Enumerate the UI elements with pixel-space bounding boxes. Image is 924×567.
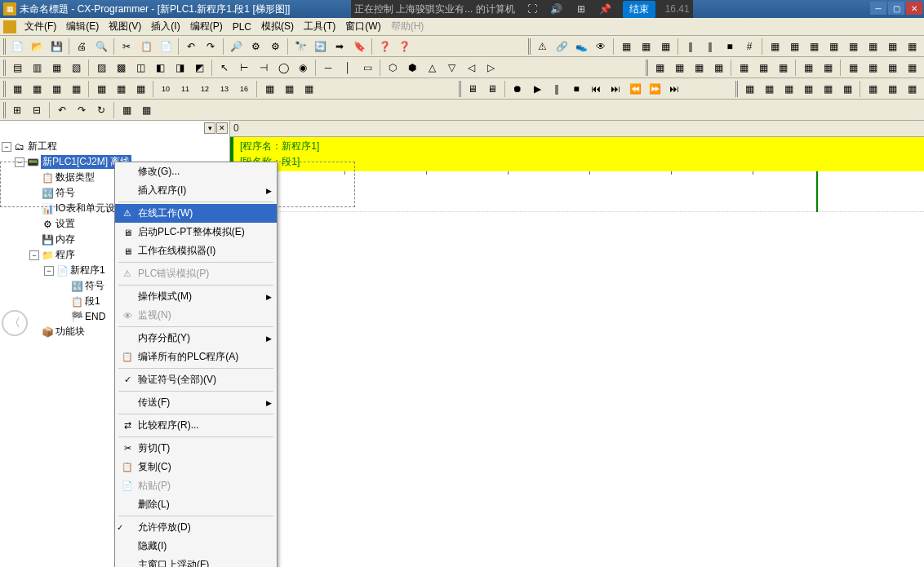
grid6-icon[interactable]: ▦ <box>864 38 882 55</box>
tb3r-9[interactable]: ▦ <box>903 80 921 98</box>
tb2-6[interactable]: ▩ <box>112 59 130 77</box>
tb2-25[interactable]: ▷ <box>482 59 500 77</box>
volume-icon[interactable]: 🔊 <box>549 2 564 16</box>
fullscreen-icon[interactable]: ⛶ <box>525 2 540 16</box>
paste-icon[interactable]: 📄 <box>157 38 175 55</box>
tb2-23[interactable]: ▽ <box>442 59 460 77</box>
tool-icon[interactable]: ⚙ <box>247 38 264 55</box>
tb2-5[interactable]: ▨ <box>92 59 110 77</box>
grid3-icon[interactable]: ▦ <box>805 38 823 55</box>
tb3-7[interactable]: ▦ <box>131 80 149 98</box>
ctx-allow-dock[interactable]: ✓允许停放(D) <box>115 518 277 537</box>
tb3r-6[interactable]: ▦ <box>838 80 856 98</box>
cursor-icon[interactable]: ↖ <box>215 59 233 77</box>
stop-icon[interactable]: ■ <box>721 38 739 55</box>
tb2r-13[interactable]: ▦ <box>903 59 921 77</box>
ctx-mem-alloc[interactable]: 内存分配(Y)▶ <box>115 329 277 348</box>
skip-icon[interactable]: ⏭ <box>665 80 683 98</box>
menu-edit[interactable]: 编辑(E) <box>61 18 104 35</box>
tb3-8[interactable]: ▦ <box>260 80 278 98</box>
new-icon[interactable]: 📄 <box>8 38 26 55</box>
ctx-start-plcpt[interactable]: 🖥启动PLC-PT整体模拟(E) <box>115 223 277 241</box>
tree-pin-icon[interactable]: ▾ <box>204 122 215 134</box>
tb2r-10[interactable]: ▦ <box>844 59 862 77</box>
ctx-transfer[interactable]: 传送(F)▶ <box>115 393 277 412</box>
tb3-9[interactable]: ▦ <box>280 80 298 98</box>
tb2r-2[interactable]: ▦ <box>670 59 688 77</box>
tb4-4[interactable]: ↷ <box>73 101 91 119</box>
tb2r-9[interactable]: ▦ <box>819 59 837 77</box>
tb2-8[interactable]: ◧ <box>151 59 169 77</box>
tb2-24[interactable]: ◁ <box>462 59 480 77</box>
tree-close-icon[interactable]: ✕ <box>216 122 228 134</box>
link-icon[interactable]: 🔗 <box>553 38 571 55</box>
tb2-21[interactable]: ⬢ <box>403 59 421 77</box>
tb3-n12[interactable]: 12 <box>196 80 214 98</box>
tb2r-1[interactable]: ▦ <box>651 59 669 77</box>
eye-icon[interactable]: 👁 <box>592 38 610 55</box>
ctx-float-main[interactable]: 主窗口上浮动(F) <box>115 556 277 567</box>
menu-program[interactable]: 编程(P) <box>185 18 228 35</box>
redo-icon[interactable]: ↷ <box>202 38 220 55</box>
copy-icon[interactable]: 📋 <box>137 38 155 55</box>
tb3r-2[interactable]: ▦ <box>760 80 778 98</box>
close-button[interactable]: ✕ <box>906 2 922 15</box>
box-icon[interactable]: ▭ <box>358 59 376 77</box>
bookmark-icon[interactable]: 🔖 <box>350 38 368 55</box>
end-remote-button[interactable]: 结束 <box>623 1 655 18</box>
tool-icon2[interactable]: ⚙ <box>266 38 284 55</box>
undo-icon[interactable]: ↶ <box>182 38 200 55</box>
tb2r-7[interactable]: ▦ <box>774 59 792 77</box>
tb3r-1[interactable]: ▦ <box>740 80 758 98</box>
tb2-20[interactable]: ⬡ <box>384 59 402 77</box>
grid8-icon[interactable]: ▦ <box>903 38 921 55</box>
tree-root[interactable]: −🗂 新工程 <box>0 139 229 154</box>
help-icon[interactable]: ❓ <box>375 38 393 55</box>
menu-plc[interactable]: PLC <box>228 20 256 34</box>
tb2r-12[interactable]: ▦ <box>883 59 901 77</box>
ctx-online-sim[interactable]: 🖥工作在线模拟器(I) <box>115 241 277 260</box>
pin-icon[interactable]: 📌 <box>598 2 613 16</box>
ctx-op-mode[interactable]: 操作模式(M)▶ <box>115 287 277 306</box>
menu-help[interactable]: 帮助(H) <box>386 18 429 35</box>
tb2-9[interactable]: ◨ <box>171 59 189 77</box>
step-fwd-icon[interactable]: ⏭ <box>606 80 624 98</box>
tb3-3[interactable]: ▦ <box>47 80 65 98</box>
tb2-22[interactable]: △ <box>423 59 441 77</box>
stop2-icon[interactable]: ■ <box>567 80 585 98</box>
rewind-icon[interactable]: ⏪ <box>626 80 644 98</box>
tb3r-3[interactable]: ▦ <box>780 80 797 98</box>
tb4-5[interactable]: ↻ <box>92 101 110 119</box>
line-h-icon[interactable]: ─ <box>319 59 337 77</box>
monitor2-icon[interactable]: 🖥 <box>483 80 501 98</box>
tb2-4[interactable]: ▧ <box>67 59 85 77</box>
tb2-3[interactable]: ▦ <box>47 59 65 77</box>
coil-icon[interactable]: ◯ <box>274 59 292 77</box>
menu-file[interactable]: 文件(F) <box>20 18 61 35</box>
run-icon[interactable]: 👟 <box>572 38 590 55</box>
contact2-icon[interactable]: ⊣ <box>255 59 273 77</box>
tb3-1[interactable]: ▦ <box>8 80 26 98</box>
menu-insert[interactable]: 插入(I) <box>146 18 184 35</box>
tb3-2[interactable]: ▦ <box>28 80 46 98</box>
chip3-icon[interactable]: ▦ <box>656 38 674 55</box>
tb4-2[interactable]: ⊟ <box>28 101 46 119</box>
pause-icon[interactable]: ‖ <box>701 38 719 55</box>
tb3r-4[interactable]: ▦ <box>799 80 817 98</box>
tb2r-5[interactable]: ▦ <box>735 59 753 77</box>
ctx-online-work[interactable]: ⚠在线工作(W) <box>115 204 277 223</box>
tb3r-7[interactable]: ▦ <box>864 80 882 98</box>
tb2-10[interactable]: ◩ <box>190 59 208 77</box>
grid5-icon[interactable]: ▦ <box>844 38 862 55</box>
record-icon[interactable]: ⏺ <box>509 80 526 98</box>
context-help-icon[interactable]: ❓ <box>395 38 413 55</box>
tb3-n11[interactable]: 11 <box>176 80 194 98</box>
tb2-1[interactable]: ▤ <box>8 59 26 77</box>
grid7-icon[interactable]: ▦ <box>883 38 901 55</box>
tb4-7[interactable]: ▦ <box>137 101 155 119</box>
step-icon[interactable]: ‖ <box>682 38 700 55</box>
menu-tools[interactable]: 工具(T) <box>299 18 340 35</box>
replace-icon[interactable]: 🔄 <box>311 38 329 55</box>
menu-view[interactable]: 视图(V) <box>104 18 146 35</box>
coil2-icon[interactable]: ◉ <box>294 59 312 77</box>
